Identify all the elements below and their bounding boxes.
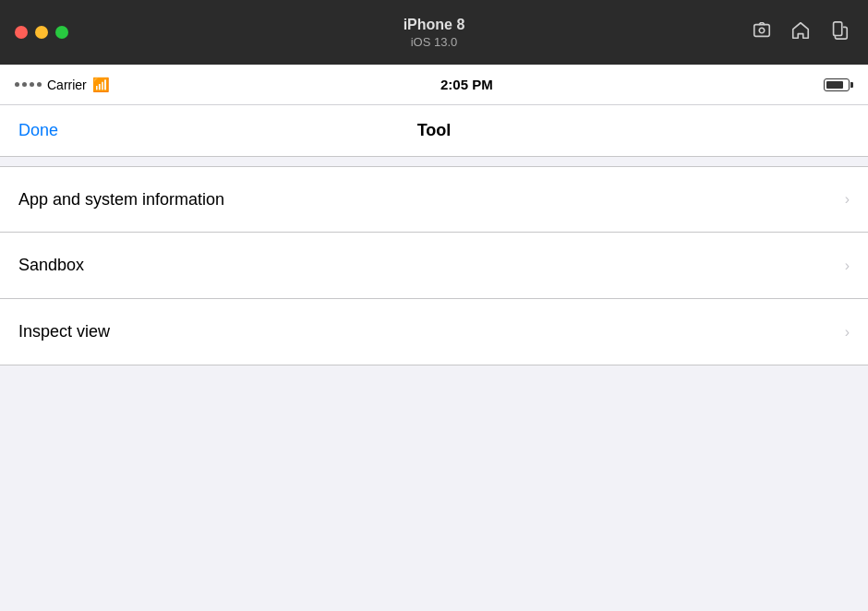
ios-version: iOS 13.0 — [404, 35, 465, 49]
list-item[interactable]: App and system information › — [0, 166, 868, 233]
carrier-label: Carrier — [47, 78, 87, 92]
battery-tip — [850, 82, 853, 88]
battery-fill — [826, 81, 843, 89]
home-icon[interactable] — [790, 20, 811, 44]
chevron-right-icon: › — [845, 191, 850, 208]
done-button[interactable]: Done — [18, 121, 58, 140]
menu-item-label: Sandbox — [18, 256, 84, 275]
signal-dot-4 — [37, 82, 42, 87]
nav-title: Tool — [417, 121, 452, 140]
battery-body — [824, 78, 850, 91]
wifi-icon: 📶 — [92, 77, 110, 93]
signal-dot-1 — [15, 82, 19, 87]
list-item[interactable]: Inspect view › — [0, 299, 868, 365]
minimize-button[interactable] — [35, 26, 48, 39]
simulator-screen: Carrier 📶 2:05 PM Done Tool App and syst… — [0, 65, 868, 611]
menu-item-label: Inspect view — [18, 322, 110, 341]
svg-rect-0 — [754, 25, 770, 37]
battery-icon — [824, 78, 853, 91]
title-bar-icons — [752, 20, 850, 44]
chevron-right-icon: › — [845, 324, 850, 341]
signal-dot-2 — [22, 82, 27, 87]
menu-list: App and system information › Sandbox › I… — [0, 157, 868, 611]
status-bar-left: Carrier 📶 — [15, 77, 110, 93]
fullscreen-button[interactable] — [55, 26, 68, 39]
menu-item-label: App and system information — [18, 190, 224, 210]
svg-point-1 — [759, 28, 765, 33]
list-item[interactable]: Sandbox › — [0, 233, 868, 299]
signal-dot-3 — [30, 82, 34, 87]
chevron-right-icon: › — [845, 258, 850, 274]
screenshot-icon[interactable] — [752, 20, 772, 44]
device-name: iPhone 8 — [404, 16, 465, 35]
title-bar: iPhone 8 iOS 13.0 — [0, 0, 868, 65]
navigation-bar: Done Tool — [0, 105, 868, 157]
time-display: 2:05 PM — [440, 77, 493, 92]
svg-rect-2 — [834, 22, 842, 36]
close-button[interactable] — [15, 26, 28, 39]
signal-indicator — [15, 82, 42, 87]
status-bar: Carrier 📶 2:05 PM — [0, 65, 868, 105]
status-bar-right — [824, 78, 853, 91]
traffic-lights — [15, 26, 68, 39]
rotate-icon[interactable] — [829, 20, 850, 44]
device-title-info: iPhone 8 iOS 13.0 — [404, 16, 465, 49]
